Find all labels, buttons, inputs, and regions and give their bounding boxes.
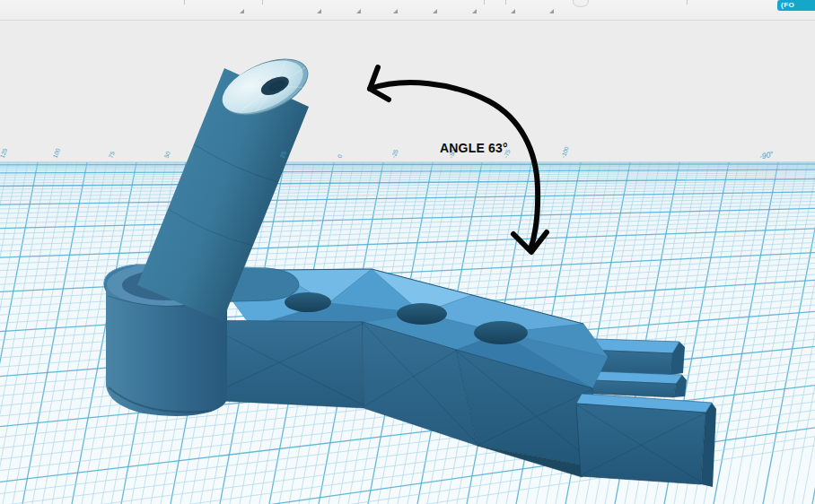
toolbar-separator [687, 0, 688, 4]
dropdown-corner-icon[interactable] [393, 9, 398, 13]
dropdown-corner-icon[interactable] [549, 9, 554, 13]
3d-viewport[interactable]: 125 100 75 50 25 0 -25 -50 -75 -100 -90°… [0, 20, 815, 504]
angle-annotation: ANGLE 63° [440, 141, 508, 155]
scene-canvas[interactable] [0, 20, 815, 504]
toolbar-separator [262, 0, 263, 4]
app-window: (FO [0, 0, 815, 504]
overflow-button[interactable]: (FO [777, 0, 815, 11]
dropdown-corner-icon[interactable] [240, 9, 244, 13]
dropdown-corner-icon[interactable] [317, 9, 321, 13]
model-finger-front[interactable] [576, 394, 716, 487]
toolbar-separator [184, 0, 185, 4]
toolbar-separator [484, 0, 485, 4]
dropdown-corner-icon[interactable] [511, 9, 515, 13]
toolbar: (FO [0, 0, 815, 21]
dropdown-corner-icon[interactable] [433, 9, 437, 13]
dropdown-corner-icon[interactable] [356, 9, 361, 13]
toolbar-separator [505, 0, 506, 4]
dropdown-corner-icon[interactable] [472, 9, 477, 13]
toolbar-icon-remnant [573, 0, 589, 7]
